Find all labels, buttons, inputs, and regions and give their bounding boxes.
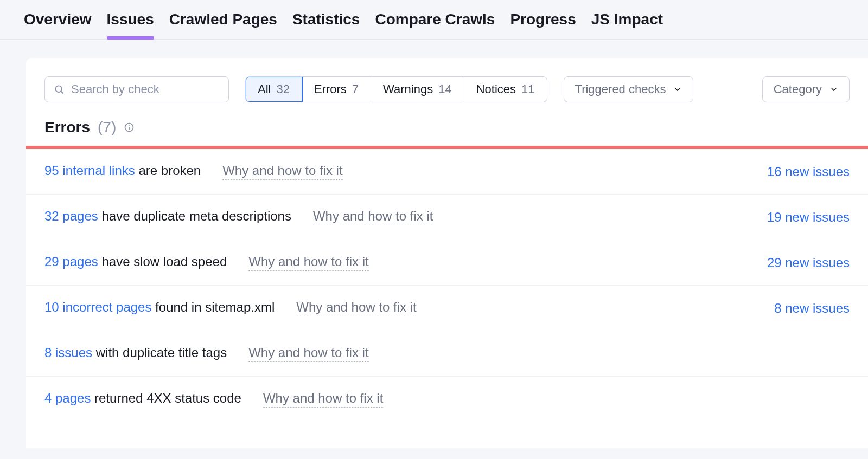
segment-count: 14	[438, 82, 451, 96]
issue-desc: have duplicate meta descriptions	[98, 209, 291, 223]
issue-link[interactable]: 95 internal links	[44, 163, 135, 178]
segment-all[interactable]: All 32	[246, 77, 302, 102]
issue-link[interactable]: 29 pages	[44, 254, 98, 269]
tab-overview[interactable]: Overview	[24, 11, 92, 39]
issue-link[interactable]: 10 incorrect pages	[44, 300, 151, 314]
why-fix-link[interactable]: Why and how to fix it	[222, 163, 342, 180]
issue-desc: returned 4XX status code	[91, 391, 241, 405]
segment-errors[interactable]: Errors 7	[302, 77, 371, 102]
segment-count: 7	[352, 82, 359, 96]
triggered-checks-dropdown[interactable]: Triggered checks	[564, 76, 694, 102]
why-fix-link[interactable]: Why and how to fix it	[296, 300, 416, 316]
issue-link[interactable]: 4 pages	[44, 391, 91, 405]
filter-segments: All 32 Errors 7 Warnings 14 Notices 11	[245, 76, 547, 102]
issue-row: 95 internal links are broken Why and how…	[26, 149, 868, 195]
tab-progress[interactable]: Progress	[510, 11, 576, 39]
new-issues-link[interactable]: 8 new issues	[774, 301, 850, 316]
why-fix-link[interactable]: Why and how to fix it	[248, 345, 368, 362]
tab-js-impact[interactable]: JS Impact	[591, 11, 663, 39]
svg-point-0	[55, 86, 62, 92]
why-fix-link[interactable]: Why and how to fix it	[263, 391, 383, 408]
new-issues-link[interactable]: 16 new issues	[767, 164, 850, 179]
issue-link[interactable]: 32 pages	[44, 209, 98, 223]
issue-desc: are broken	[135, 163, 201, 178]
segment-notices[interactable]: Notices 11	[464, 77, 547, 102]
search-icon	[54, 84, 65, 95]
top-tabs: Overview Issues Crawled Pages Statistics…	[0, 0, 868, 40]
section-title: Errors	[44, 119, 90, 136]
issue-desc: have slow load speed	[98, 254, 227, 269]
info-icon[interactable]	[124, 122, 135, 133]
toolbar: All 32 Errors 7 Warnings 14 Notices 11 T…	[26, 76, 868, 119]
issue-desc: with duplicate title tags	[92, 345, 227, 360]
dropdown-label: Triggered checks	[575, 82, 666, 96]
chevron-down-icon	[673, 85, 682, 94]
tab-compare-crawls[interactable]: Compare Crawls	[375, 11, 495, 39]
segment-count: 11	[521, 82, 534, 96]
issue-row: 32 pages have duplicate meta description…	[26, 195, 868, 240]
new-issues-link[interactable]: 19 new issues	[767, 210, 850, 225]
svg-line-1	[61, 92, 63, 94]
segment-label: All	[258, 82, 271, 96]
why-fix-link[interactable]: Why and how to fix it	[248, 254, 368, 271]
issues-panel: All 32 Errors 7 Warnings 14 Notices 11 T…	[26, 58, 868, 448]
issue-row: 8 issues with duplicate title tags Why a…	[26, 331, 868, 377]
section-count: (7)	[98, 119, 116, 136]
search-input-wrap[interactable]	[44, 76, 229, 102]
svg-point-4	[129, 125, 130, 126]
new-issues-link[interactable]: 29 new issues	[767, 255, 850, 270]
category-dropdown[interactable]: Category	[762, 76, 850, 102]
tab-issues[interactable]: Issues	[107, 11, 154, 39]
tab-crawled-pages[interactable]: Crawled Pages	[169, 11, 277, 39]
segment-warnings[interactable]: Warnings 14	[371, 77, 464, 102]
issue-row: 4 pages returned 4XX status code Why and…	[26, 377, 868, 422]
tab-statistics[interactable]: Statistics	[292, 11, 360, 39]
issue-link[interactable]: 8 issues	[44, 345, 92, 360]
segment-label: Notices	[476, 82, 516, 96]
segment-count: 32	[276, 82, 289, 96]
segment-label: Warnings	[383, 82, 433, 96]
section-header: Errors (7)	[26, 119, 868, 146]
issue-desc: found in sitemap.xml	[151, 300, 275, 314]
segment-label: Errors	[314, 82, 347, 96]
why-fix-link[interactable]: Why and how to fix it	[313, 209, 433, 225]
issue-row: 29 pages have slow load speed Why and ho…	[26, 240, 868, 286]
search-input[interactable]	[71, 82, 220, 96]
dropdown-label: Category	[774, 82, 822, 96]
chevron-down-icon	[829, 85, 838, 94]
issue-row: 10 incorrect pages found in sitemap.xml …	[26, 286, 868, 331]
